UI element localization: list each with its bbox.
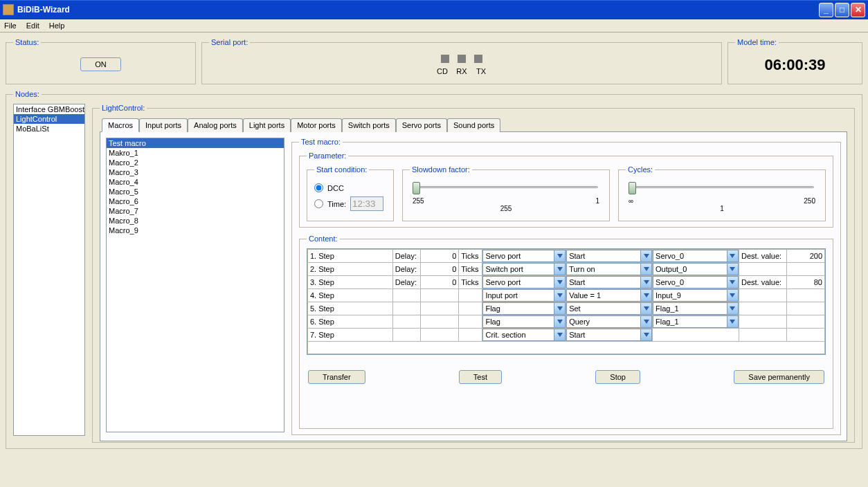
combo[interactable]: Flag [482, 302, 566, 315]
macro-item[interactable]: Makro_1 [107, 148, 284, 158]
node-item[interactable]: LightControl [14, 114, 84, 124]
test-button[interactable]: Test [459, 370, 502, 384]
minimize-button[interactable]: _ [819, 3, 833, 17]
combo[interactable]: Switch port [482, 263, 566, 275]
macro-item[interactable]: Macro_7 [107, 206, 284, 216]
delay-input[interactable] [421, 289, 459, 302]
menu-file[interactable]: File [4, 21, 17, 30]
combo[interactable]: Flag [482, 315, 566, 328]
node-item[interactable]: MoBaLiSt [14, 124, 84, 134]
combo[interactable]: Crit. section [482, 329, 566, 341]
step-label: 2. Step [308, 263, 393, 276]
chevron-down-icon [554, 329, 565, 340]
stop-button[interactable]: Stop [595, 370, 640, 384]
chevron-down-icon [640, 250, 651, 261]
label-tx: TX [476, 67, 487, 75]
combo[interactable]: Query [566, 315, 652, 328]
step-row: 7. StepCrit. sectionStart [308, 329, 825, 342]
label-cd: CD [437, 67, 448, 75]
ticks-label [459, 315, 482, 329]
combo[interactable]: Servo port [482, 276, 566, 288]
step-table: 1. StepDelay:TicksServo portStartServo_0… [307, 248, 826, 355]
tab[interactable]: Sound ports [447, 118, 500, 132]
combo[interactable]: Start [566, 250, 652, 262]
menu-help[interactable]: Help [49, 21, 65, 30]
tab[interactable]: Light ports [243, 118, 291, 132]
combo[interactable]: Input_9 [653, 289, 739, 302]
ticks-label [459, 329, 482, 342]
dest-input[interactable] [786, 289, 824, 302]
dest-input[interactable] [786, 302, 824, 315]
tab[interactable]: Macros [102, 118, 139, 132]
macro-item[interactable]: Macro_8 [107, 216, 284, 226]
combo[interactable]: Servo_0 [653, 250, 739, 262]
led-rx [458, 55, 466, 63]
macro-list[interactable]: Test macroMakro_1Macro_2Macro_3Macro_4Ma… [106, 138, 284, 432]
ticks-label: Ticks [459, 250, 482, 263]
save-button[interactable]: Save permanently [734, 370, 824, 384]
macro-item[interactable]: Macro_9 [107, 226, 284, 235]
macro-item[interactable]: Test macro [107, 138, 284, 148]
dest-label [739, 289, 786, 302]
macro-detail-legend: Test macro: [299, 138, 343, 146]
dest-label: Dest. value: [739, 250, 786, 263]
tab[interactable]: Input ports [139, 118, 188, 132]
combo[interactable]: Turn on [566, 263, 652, 275]
step-row: 4. StepInput portValue = 1Input_9 [308, 289, 825, 302]
time-input [350, 196, 383, 211]
tab[interactable]: Servo ports [396, 118, 447, 132]
dest-input[interactable] [786, 329, 824, 342]
chevron-down-icon [640, 277, 651, 288]
macro-item[interactable]: Macro_6 [107, 196, 284, 206]
transfer-button[interactable]: Transfer [308, 370, 365, 384]
combo[interactable]: Servo port [482, 250, 566, 262]
delay-input[interactable] [421, 302, 459, 315]
tab-content: Test macroMakro_1Macro_2Macro_3Macro_4Ma… [100, 131, 847, 441]
macro-item[interactable]: Macro_2 [107, 158, 284, 167]
maximize-button[interactable]: □ [835, 3, 849, 17]
dest-input[interactable] [786, 250, 824, 263]
macro-item[interactable]: Macro_4 [107, 177, 284, 187]
combo[interactable]: Flag_1 [653, 302, 739, 315]
slowdown-slider[interactable] [411, 182, 601, 197]
node-item[interactable]: Interface GBMBoost [14, 104, 84, 114]
combo[interactable]: Value = 1 [566, 289, 652, 302]
combo[interactable]: Set [566, 302, 652, 315]
dest-input[interactable] [786, 263, 824, 276]
led-cd [441, 55, 449, 63]
tab[interactable]: Analog ports [188, 118, 243, 132]
step-row: 6. StepFlagQueryFlag_1 [308, 315, 825, 329]
menu-edit[interactable]: Edit [26, 21, 39, 30]
macro-item[interactable]: Macro_5 [107, 187, 284, 196]
close-button[interactable]: ✕ [851, 3, 865, 17]
chevron-down-icon [554, 264, 565, 275]
tab[interactable]: Switch ports [342, 118, 396, 132]
macro-item[interactable]: Macro_3 [107, 167, 284, 177]
dest-input[interactable] [786, 276, 824, 289]
combo[interactable]: Output_0 [653, 263, 739, 275]
dest-input[interactable] [786, 315, 824, 329]
on-button[interactable]: ON [80, 57, 121, 71]
node-list[interactable]: Interface GBMBoostLightControlMoBaLiSt [13, 104, 85, 436]
delay-input[interactable] [421, 315, 459, 329]
delay-input[interactable] [421, 276, 459, 289]
delay-label: Delay: [392, 250, 420, 263]
radio-time[interactable] [314, 199, 323, 208]
chevron-down-icon [727, 290, 738, 301]
cycles-slider[interactable] [627, 182, 817, 197]
delay-input[interactable] [421, 329, 459, 342]
delay-input[interactable] [421, 263, 459, 276]
delay-input[interactable] [421, 250, 459, 263]
step-label: 4. Step [308, 289, 393, 302]
cycles-fieldset: Cycles: [618, 165, 826, 221]
combo[interactable]: Start [566, 329, 652, 341]
tab[interactable]: Motor ports [291, 118, 342, 132]
macro-detail-fieldset: Test macro: Parameter: Start condition: [291, 138, 841, 435]
combo[interactable]: Start [566, 276, 652, 288]
combo[interactable]: Servo_0 [653, 276, 739, 288]
parameter-legend: Parameter: [307, 151, 348, 160]
combo[interactable]: Input port [482, 289, 566, 302]
combo[interactable]: Flag_1 [653, 315, 739, 328]
dest-label: Dest. value: [739, 276, 786, 289]
radio-dcc[interactable] [314, 183, 323, 192]
